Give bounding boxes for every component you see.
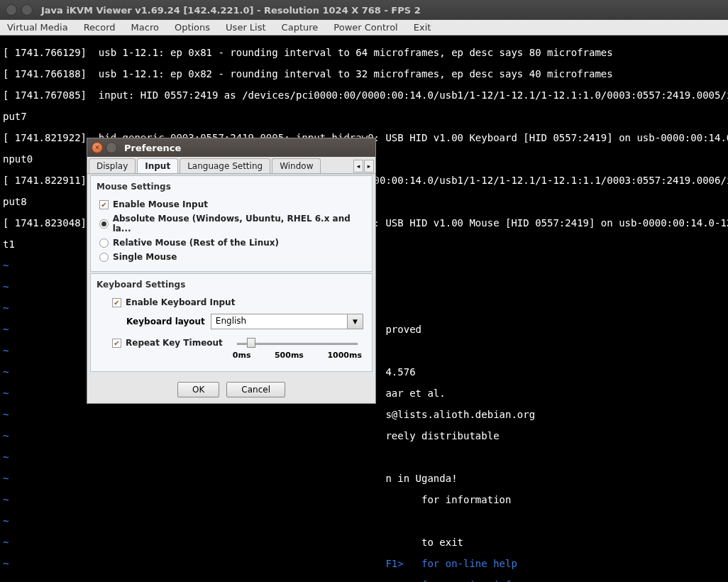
keyboard-settings-group: Keyboard Settings ✔ Enable Keyboard Inpu… xyxy=(90,273,373,372)
mouse-mode-absolute-radio[interactable] xyxy=(99,219,109,229)
enable-mouse-row[interactable]: ✔ Enable Mouse Input xyxy=(96,197,366,212)
vim-tilde: ~ s@lists.alioth.debian.org xyxy=(3,410,725,420)
enable-mouse-label: Enable Mouse Input xyxy=(113,199,208,209)
enable-keyboard-label: Enable Keyboard Input xyxy=(126,297,235,307)
vim-tilde: ~ for information xyxy=(3,495,725,505)
tick-500ms: 500ms xyxy=(275,351,304,360)
chevron-down-icon[interactable]: ▼ xyxy=(347,314,363,329)
keyboard-layout-select[interactable]: English ▼ xyxy=(211,314,363,329)
vim-tilde: ~ xyxy=(3,452,725,463)
vim-tilde: ~ F1> for on-line help xyxy=(3,559,725,569)
mouse-mode-relative-row[interactable]: Relative Mouse (Rest of the Linux) xyxy=(96,236,366,250)
dialog-buttons: OK Cancel xyxy=(87,376,375,403)
keyboard-layout-label: Keyboard layout xyxy=(126,317,205,326)
menu-capture[interactable]: Capture xyxy=(282,22,319,33)
tab-scroll: ◂ ▸ xyxy=(353,160,374,172)
menu-macro[interactable]: Macro xyxy=(131,22,159,33)
dialog-minimize-icon[interactable] xyxy=(106,142,117,153)
tick-1000ms: 1000ms xyxy=(327,351,362,360)
terminal-line: [ 1741.766188] usb 1-12.1: ep 0x82 - rou… xyxy=(3,69,725,79)
vim-tilde: ~ xyxy=(3,516,725,527)
repeat-timeout-label: Repeat Key Timeout xyxy=(126,338,223,348)
mouse-mode-single-radio[interactable] xyxy=(99,253,109,262)
repeat-timeout-slider[interactable] xyxy=(231,338,363,351)
keyboard-settings-legend: Keyboard Settings xyxy=(96,278,366,291)
enable-mouse-checkbox[interactable]: ✔ xyxy=(99,200,109,209)
window-close-icon[interactable] xyxy=(6,4,17,16)
menu-user-list[interactable]: User List xyxy=(226,22,266,33)
dialog-body: Mouse Settings ✔ Enable Mouse Input Abso… xyxy=(87,175,375,376)
dialog-title: Preference xyxy=(124,143,181,153)
dialog-tabs: Display Input Language Setting Window ◂ … xyxy=(87,157,375,174)
ok-button[interactable]: OK xyxy=(177,382,219,397)
repeat-timeout-slider-area: 0ms 500ms 1000ms xyxy=(231,338,363,360)
menu-options[interactable]: Options xyxy=(175,22,210,33)
terminal-line: [ 1741.766129] usb 1-12.1: ep 0x81 - rou… xyxy=(3,48,725,58)
enable-keyboard-checkbox[interactable]: ✔ xyxy=(112,298,121,307)
mouse-mode-relative-radio[interactable] xyxy=(99,238,109,248)
tab-scroll-left-icon[interactable]: ◂ xyxy=(353,160,363,172)
repeat-timeout-check-row[interactable]: ✔ Repeat Key Timeout xyxy=(112,338,223,348)
mouse-settings-legend: Mouse Settings xyxy=(96,180,366,193)
tab-input[interactable]: Input xyxy=(137,158,178,173)
mouse-mode-single-label: Single Mouse xyxy=(113,252,177,262)
tab-scroll-right-icon[interactable]: ▸ xyxy=(364,160,374,172)
menu-record[interactable]: Record xyxy=(84,22,116,33)
slider-thumb-icon[interactable] xyxy=(247,338,255,348)
repeat-timeout-checkbox[interactable]: ✔ xyxy=(112,339,121,348)
tick-0ms: 0ms xyxy=(233,351,251,360)
mouse-settings-group: Mouse Settings ✔ Enable Mouse Input Abso… xyxy=(90,175,373,272)
menu-exit[interactable]: Exit xyxy=(414,22,431,33)
repeat-timeout-row: ✔ Repeat Key Timeout 0ms 500ms 1000ms xyxy=(96,334,366,364)
tab-display[interactable]: Display xyxy=(89,158,136,173)
mouse-mode-relative-label: Relative Mouse (Rest of the Linux) xyxy=(113,238,279,248)
vim-tilde: ~ n in Uganda! xyxy=(3,473,725,484)
window-title: Java iKVM Viewer v1.69.24 [142.4.221.0] … xyxy=(41,5,421,16)
slider-ticks: 0ms 500ms 1000ms xyxy=(231,351,363,360)
tab-window[interactable]: Window xyxy=(272,158,321,173)
keyboard-layout-value: English xyxy=(211,314,347,329)
keyboard-layout-row: Keyboard layout English ▼ xyxy=(96,309,366,334)
enable-keyboard-row[interactable]: ✔ Enable Keyboard Input xyxy=(109,295,366,309)
mouse-mode-absolute-row[interactable]: Absolute Mouse (Windows, Ubuntu, RHEL 6.… xyxy=(96,212,366,236)
menubar: Virtual Media Record Macro Options User … xyxy=(0,20,728,35)
cancel-button[interactable]: Cancel xyxy=(226,382,285,397)
vim-tilde: ~ to exit xyxy=(3,537,725,548)
window-titlebar: Java iKVM Viewer v1.69.24 [142.4.221.0] … xyxy=(0,0,728,20)
mouse-mode-single-row[interactable]: Single Mouse xyxy=(96,250,366,264)
dialog-close-icon[interactable]: ✕ xyxy=(92,142,103,153)
window-minimize-icon[interactable] xyxy=(21,4,33,16)
dialog-titlebar[interactable]: ✕ Preference xyxy=(87,138,375,157)
mouse-mode-absolute-label: Absolute Mouse (Windows, Ubuntu, RHEL 6.… xyxy=(113,214,363,234)
vim-tilde: ~ reely distributable xyxy=(3,431,725,441)
terminal-line: [ 1741.767085] input: HID 0557:2419 as /… xyxy=(3,90,725,101)
preference-dialog: ✕ Preference Display Input Language Sett… xyxy=(87,138,376,404)
menu-power-control[interactable]: Power Control xyxy=(333,22,397,33)
menu-virtual-media[interactable]: Virtual Media xyxy=(7,22,68,33)
terminal-line: put7 xyxy=(3,111,725,122)
tab-language-setting[interactable]: Language Setting xyxy=(180,158,270,173)
